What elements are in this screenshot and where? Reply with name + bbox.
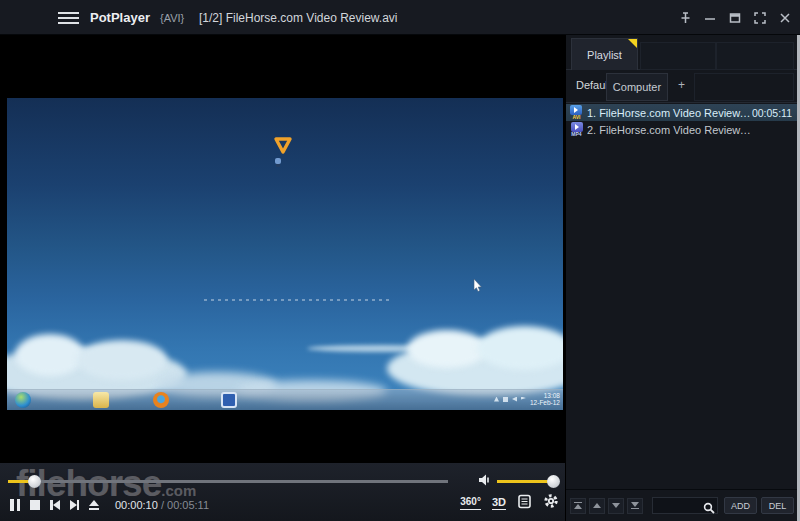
firefox-icon bbox=[153, 392, 169, 408]
next-button[interactable] bbox=[70, 498, 80, 512]
tray-icon bbox=[503, 397, 508, 402]
cloud bbox=[477, 326, 563, 370]
add-button[interactable]: ADD bbox=[724, 497, 757, 514]
app-icon bbox=[221, 392, 237, 408]
control-bar: filehorse.com bbox=[0, 462, 565, 521]
avi-file-icon: AVI bbox=[570, 105, 583, 120]
volume-bar[interactable] bbox=[497, 480, 553, 483]
del-button[interactable]: DEL bbox=[761, 497, 794, 514]
video-taskbar: 13:08 12-Feb-12 bbox=[7, 389, 563, 410]
volume-speaker-icon[interactable] bbox=[478, 473, 492, 491]
subtab-computer-label: Computer bbox=[613, 81, 661, 93]
playlist-toolbar: ADD DEL bbox=[566, 489, 798, 521]
total-time: 00:05:11 bbox=[167, 499, 209, 511]
empty-subtab-slot bbox=[694, 73, 794, 101]
playlist-item-2[interactable]: MP4 2. FileHorse.com Video Review.mp4 bbox=[566, 121, 798, 138]
eject-button[interactable] bbox=[89, 498, 99, 512]
cloud bbox=[77, 340, 167, 380]
tray-date: 12-Feb-12 bbox=[530, 399, 560, 406]
tray-clock: 13:08 12-Feb-12 bbox=[530, 392, 560, 406]
potplayer-window: PotPlayer {AVI} [1/2] FileHorse.com Vide… bbox=[0, 0, 800, 521]
3d-mode-button[interactable]: 3D bbox=[492, 496, 506, 510]
window-title: [1/2] FileHorse.com Video Review.avi bbox=[199, 11, 398, 25]
close-icon[interactable] bbox=[776, 9, 794, 27]
faint-watermark-line bbox=[204, 299, 392, 301]
tray-icon bbox=[512, 397, 517, 402]
video-logo-icon bbox=[272, 136, 294, 160]
playlist-item-1[interactable]: AVI 1. FileHorse.com Video Review.avi 00… bbox=[566, 104, 798, 121]
empty-tab-slot bbox=[716, 42, 794, 70]
video-surface[interactable]: 13:08 12-Feb-12 bbox=[7, 98, 563, 410]
cloud bbox=[15, 334, 85, 376]
playlist-items: AVI 1. FileHorse.com Video Review.avi 00… bbox=[566, 104, 798, 489]
pin-icon[interactable] bbox=[676, 9, 694, 27]
subtab-computer[interactable]: Computer bbox=[606, 73, 668, 101]
tray-time: 13:08 bbox=[530, 392, 560, 399]
volume-handle[interactable] bbox=[547, 475, 560, 488]
window-buttons bbox=[676, 0, 794, 35]
transport-buttons: 00:00:10 / 00:05:11 bbox=[10, 494, 209, 516]
pause-button[interactable] bbox=[10, 498, 20, 512]
playlist-toggle-icon[interactable] bbox=[517, 494, 532, 513]
desktop-icon bbox=[275, 158, 281, 164]
tray-flag-icon bbox=[521, 397, 526, 402]
stop-button[interactable] bbox=[30, 498, 40, 512]
active-tab-marker bbox=[628, 39, 637, 48]
maximize-icon[interactable] bbox=[726, 9, 744, 27]
item-name: 2. FileHorse.com Video Review.mp4 bbox=[587, 124, 752, 136]
app-name: PotPlayer bbox=[90, 10, 150, 25]
tab-playlist-label: Playlist bbox=[587, 49, 622, 61]
folder-icon bbox=[93, 392, 109, 408]
move-down-button[interactable] bbox=[608, 498, 624, 514]
subtab-add-button[interactable]: + bbox=[678, 78, 685, 92]
playlist-subtab-strip: Default Computer + bbox=[566, 71, 798, 103]
search-input[interactable] bbox=[655, 498, 703, 513]
move-bottom-button[interactable] bbox=[627, 498, 643, 514]
item-name: 1. FileHorse.com Video Review.avi bbox=[587, 107, 752, 119]
search-icon[interactable] bbox=[703, 500, 715, 518]
item-duration: 00:05:11 bbox=[752, 107, 798, 119]
menu-hamburger-icon[interactable] bbox=[58, 12, 79, 14]
playlist-tab-strip: Playlist bbox=[566, 38, 798, 70]
settings-gear-icon[interactable] bbox=[543, 493, 559, 513]
previous-button[interactable] bbox=[50, 498, 60, 512]
current-time: 00:00:10 bbox=[115, 499, 158, 511]
playlist-search bbox=[652, 497, 718, 514]
format-badge: {AVI} bbox=[160, 12, 184, 24]
start-orb-icon bbox=[15, 392, 31, 408]
extra-buttons: 360° 3D bbox=[460, 493, 559, 513]
360-mode-button[interactable]: 360° bbox=[460, 496, 481, 510]
playlist-panel: Playlist Default Computer + AVI 1. FileH… bbox=[565, 35, 797, 521]
minimize-icon[interactable] bbox=[701, 9, 719, 27]
tray-caret-icon bbox=[494, 397, 499, 402]
fullscreen-icon[interactable] bbox=[751, 9, 769, 27]
mp4-file-icon: MP4 bbox=[570, 122, 583, 137]
seek-progress bbox=[8, 480, 34, 483]
player-area: 13:08 12-Feb-12 bbox=[0, 36, 565, 462]
move-up-button[interactable] bbox=[589, 498, 605, 514]
empty-tab-slot bbox=[640, 42, 716, 70]
tab-playlist[interactable]: Playlist bbox=[571, 38, 638, 70]
system-tray: 13:08 12-Feb-12 bbox=[494, 392, 560, 406]
time-display: 00:00:10 / 00:05:11 bbox=[115, 499, 209, 511]
titlebar: PotPlayer {AVI} [1/2] FileHorse.com Vide… bbox=[0, 0, 800, 35]
cloud bbox=[407, 330, 487, 368]
video-mouse-cursor bbox=[473, 278, 483, 296]
seek-bar[interactable] bbox=[8, 480, 448, 483]
move-top-button[interactable] bbox=[570, 498, 586, 514]
volume-progress bbox=[497, 480, 553, 483]
